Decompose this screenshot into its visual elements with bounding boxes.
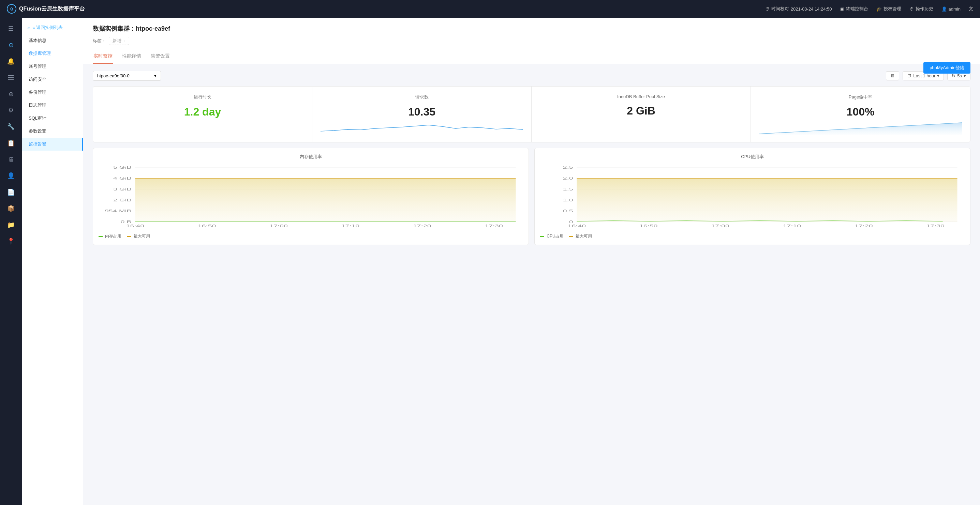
sidebar-item-db[interactable]: 数据库管理 — [22, 47, 83, 60]
sidebar-item-backup[interactable]: 备份管理 — [22, 86, 83, 99]
content-header: 数据实例集群：htpoc-ea9ef 标签： 新增 + phpMyAdmin登陆… — [83, 18, 980, 64]
sidebar-item-monitor-label: 监控告警 — [29, 141, 46, 146]
time-range-arrow-icon: ▾ — [937, 73, 939, 78]
memory-chart-title: 内存使用率 — [99, 154, 523, 160]
time-sync[interactable]: ⏱ 时间校对 2021-08-24 14:24:50 — [765, 6, 832, 12]
svg-text:2.0: 2.0 — [563, 176, 573, 180]
dropdown-arrow-icon: ▾ — [154, 73, 156, 78]
page-hit-chart — [759, 121, 962, 135]
svg-text:17:20: 17:20 — [413, 224, 431, 228]
node-selector[interactable]: htpoc-ea9ef00-0 ▾ — [93, 71, 161, 81]
svg-text:954 MiB: 954 MiB — [105, 209, 132, 213]
sidebar-item-account[interactable]: 账号管理 — [22, 60, 83, 73]
tab-performance-label: 性能详情 — [122, 53, 141, 59]
memory-legend: 内存占用 最大可用 — [99, 233, 523, 239]
sidebar-item-basic[interactable]: 基本信息 — [22, 34, 83, 47]
stat-page-hit-title: Page命中率 — [759, 94, 962, 100]
auth-label: 授权管理 — [883, 6, 901, 12]
user-menu[interactable]: 👤 admin — [942, 6, 961, 11]
add-tag-button[interactable]: 新增 + — [109, 37, 129, 45]
cpu-legend-max: 最大可用 — [569, 233, 592, 239]
stat-page-hit-value: 100% — [759, 106, 962, 118]
stat-card-innodb: InnoDB Buffer Pool Size 2 GiB — [531, 87, 751, 142]
monitor-toolbar: htpoc-ea9ef00-0 ▾ 🖥 ⏱ Last 1 hour ▾ ↻ 5s — [93, 71, 970, 81]
tag-label: 标签： — [93, 38, 106, 44]
sidebar-item-security[interactable]: 访问安全 — [22, 73, 83, 86]
stat-card-uptime: 运行时长 1.2 day — [93, 87, 312, 142]
sidebar-icon-dashboard[interactable]: ⊙ — [3, 38, 18, 52]
svg-text:16:50: 16:50 — [640, 224, 658, 228]
app-logo: Q QFusion云原生数据库平台 — [7, 4, 85, 14]
user-label: admin — [949, 6, 961, 11]
memory-chart-area: 5 GiB 4 GiB 3 GiB 2 GiB 954 MiB 0 B — [99, 164, 523, 232]
sidebar-icon-circle[interactable]: ⊕ — [3, 87, 18, 102]
svg-text:16:50: 16:50 — [198, 224, 216, 228]
sidebar-icon-menu[interactable]: ☰ — [3, 21, 18, 36]
logo-icon: Q — [7, 4, 16, 14]
phpmyadmin-login-button[interactable]: phpMyAdmin登陆 — [923, 62, 970, 74]
svg-text:17:10: 17:10 — [341, 224, 360, 228]
sidebar-item-basic-label: 基本信息 — [29, 38, 46, 43]
cpu-chart-title: CPU使用率 — [540, 154, 965, 160]
tab-performance[interactable]: 性能详情 — [121, 50, 142, 64]
svg-text:0 B: 0 B — [120, 220, 131, 224]
svg-rect-2 — [8, 79, 14, 80]
language-switch[interactable]: 文 — [969, 6, 973, 12]
tags-row: 标签： 新增 + — [93, 37, 970, 50]
main-layout: ☰ ⊙ 🔔 ⊕ ⚙ 🔧 📋 🖥 👤 📄 📦 📁 📍 « « 返回实例列表 基本信… — [0, 18, 980, 505]
history-label: 操作历史 — [916, 6, 933, 12]
cluster-title: 数据实例集群：htpoc-ea9ef — [93, 25, 970, 33]
sidebar-icon-docs[interactable]: 📄 — [3, 185, 18, 200]
cpu-legend: CPU占用 最大可用 — [540, 233, 965, 239]
svg-text:16:40: 16:40 — [567, 224, 586, 228]
svg-text:0: 0 — [569, 220, 573, 224]
sidebar-icon-folder[interactable]: 📁 — [3, 218, 18, 232]
svg-text:2.5: 2.5 — [563, 165, 573, 169]
sidebar-icon-package[interactable]: 📦 — [3, 201, 18, 216]
back-icon: « — [27, 25, 30, 30]
sidebar-icon-tools[interactable]: 🔧 — [3, 119, 18, 134]
sidebar-item-sql-label: SQL审计 — [29, 116, 46, 121]
stat-innodb-title: InnoDB Buffer Pool Size — [540, 94, 742, 99]
sidebar-item-account-label: 账号管理 — [29, 64, 46, 69]
main-tabs: 实时监控 性能详情 告警设置 — [93, 50, 970, 64]
sidebar-icon-alerts[interactable]: 🔔 — [3, 54, 18, 69]
cluster-label: 数据实例集群： — [93, 25, 136, 32]
sidebar-item-monitor[interactable]: 监控告警 — [22, 138, 83, 151]
clock-icon: ⏱ — [907, 73, 912, 78]
svg-text:17:30: 17:30 — [926, 224, 945, 228]
stat-card-requests: 请求数 10.35 — [312, 87, 531, 142]
sidebar-icon-location[interactable]: 📍 — [3, 234, 18, 249]
tab-realtime-monitor[interactable]: 实时监控 — [93, 50, 113, 64]
operation-history[interactable]: ⏱ 操作历史 — [909, 6, 933, 12]
screen-view-button[interactable]: 🖥 — [886, 71, 899, 80]
stat-requests-value: 10.35 — [321, 106, 523, 118]
sidebar-item-log[interactable]: 日志管理 — [22, 99, 83, 112]
svg-text:17:00: 17:00 — [269, 224, 288, 228]
monitoring-area: htpoc-ea9ef00-0 ▾ 🖥 ⏱ Last 1 hour ▾ ↻ 5s — [83, 64, 980, 252]
terminal-icon: ▣ — [840, 6, 844, 11]
sidebar-icon-settings[interactable]: ⚙ — [3, 103, 18, 118]
sidebar-item-params[interactable]: 参数设置 — [22, 125, 83, 138]
refresh-arrow-icon: ▾ — [964, 73, 966, 78]
back-to-list[interactable]: « « 返回实例列表 — [22, 21, 83, 34]
svg-text:16:40: 16:40 — [126, 224, 144, 228]
svg-text:2 GiB: 2 GiB — [113, 199, 132, 202]
sidebar-icon-layers[interactable] — [3, 70, 18, 85]
svg-text:1.5: 1.5 — [563, 187, 573, 191]
svg-marker-17 — [135, 179, 515, 222]
svg-text:4 GiB: 4 GiB — [113, 176, 132, 180]
node-select-value: htpoc-ea9ef00-0 — [97, 73, 130, 78]
sidebar-icon-monitor[interactable]: 🖥 — [3, 152, 18, 167]
back-label: « 返回实例列表 — [32, 25, 63, 31]
svg-text:0.5: 0.5 — [563, 209, 573, 213]
svg-text:1.0: 1.0 — [563, 199, 573, 202]
terminal-control[interactable]: ▣ 终端控制台 — [840, 6, 868, 12]
sidebar-item-sql[interactable]: SQL审计 — [22, 112, 83, 125]
sidebar-icon-list[interactable]: 📋 — [3, 136, 18, 151]
auth-management[interactable]: 🎓 授权管理 — [877, 6, 901, 12]
cpu-chart-card: CPU使用率 2.5 2.0 — [535, 148, 970, 245]
tab-alerts[interactable]: 告警设置 — [150, 50, 170, 64]
stat-requests-title: 请求数 — [321, 94, 523, 100]
sidebar-icon-user[interactable]: 👤 — [3, 168, 18, 183]
